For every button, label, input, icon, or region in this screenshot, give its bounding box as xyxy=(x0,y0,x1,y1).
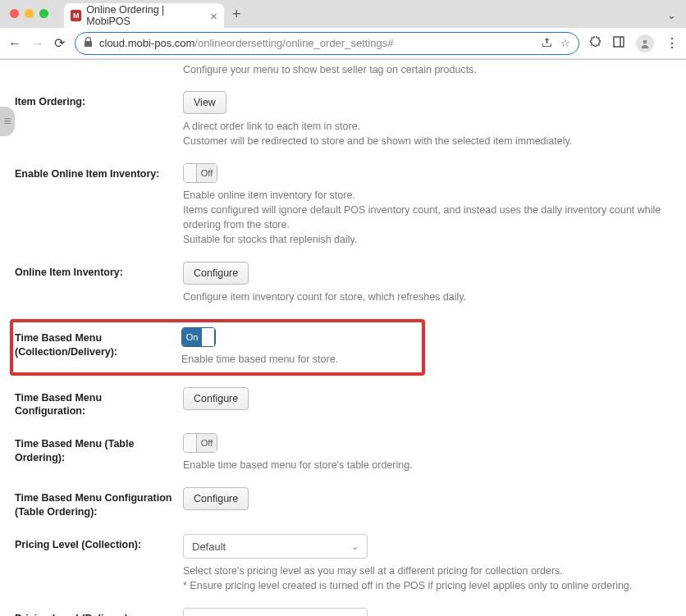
desc-time-menu-table: Enable time based menu for store's table… xyxy=(183,458,671,472)
maximize-window-button[interactable] xyxy=(39,9,48,18)
profile-avatar[interactable] xyxy=(636,34,654,52)
configure-time-menu-button[interactable]: Configure xyxy=(183,387,249,410)
close-window-button[interactable] xyxy=(10,9,19,18)
label-time-menu-table-config: Time Based Menu Configuration (Table Ord… xyxy=(15,487,183,519)
settings-content: Configure your menu to show best seller … xyxy=(0,60,686,616)
desc-online-inventory: Configure item inventory count for store… xyxy=(183,290,671,304)
browser-tab[interactable]: M Online Ordering | MobiPOS × xyxy=(64,3,224,28)
row-pricing-collection: Pricing Level (Collection): Default ⌄ Se… xyxy=(15,534,671,593)
select-pricing-collection[interactable]: Default ⌄ xyxy=(183,534,368,559)
toggle-time-menu-table[interactable]: Off xyxy=(183,433,217,453)
toggle-enable-inventory[interactable]: Off xyxy=(183,163,217,183)
svg-point-2 xyxy=(643,39,647,43)
url-text: cloud.mobi-pos.com/onlineordersetting/on… xyxy=(99,37,393,49)
url-field[interactable]: cloud.mobi-pos.com/onlineordersetting/on… xyxy=(75,32,579,55)
row-enable-inventory: Enable Online Item Inventory: Off Enable… xyxy=(15,163,671,248)
label-item-ordering: Item Ordering: xyxy=(15,91,183,109)
side-drawer-handle[interactable]: ≡ xyxy=(0,107,15,136)
tab-bar: M Online Ordering | MobiPOS × + ⌄ xyxy=(0,0,686,28)
kebab-menu-icon[interactable]: ⋮ xyxy=(665,35,678,51)
top-description: Configure your menu to show best seller … xyxy=(15,63,671,78)
share-icon[interactable] xyxy=(542,37,552,50)
browser-chrome: M Online Ordering | MobiPOS × + ⌄ ← → ⟳ … xyxy=(0,0,686,60)
desc-item-ordering: A direct order link to each item in stor… xyxy=(183,119,671,148)
lock-icon xyxy=(84,37,93,49)
label-pricing-delivery: Pricing Level (Delivery): xyxy=(15,608,183,616)
bookmark-star-icon[interactable]: ☆ xyxy=(560,37,570,50)
toolbar-right: ⋮ xyxy=(589,34,678,52)
view-button[interactable]: View xyxy=(183,91,226,114)
row-time-menu-collection-delivery: Time Based Menu (Collection/Delivery): O… xyxy=(10,319,425,375)
configure-inventory-button[interactable]: Configure xyxy=(183,262,249,285)
label-time-menu-cd: Time Based Menu (Collection/Delivery): xyxy=(13,327,181,359)
address-bar: ← → ⟳ cloud.mobi-pos.com/onlineordersett… xyxy=(0,28,686,59)
panel-icon[interactable] xyxy=(613,36,624,50)
chevron-down-icon: ⌄ xyxy=(351,541,359,552)
label-time-menu-table: Time Based Menu (Table Ordering): xyxy=(15,433,183,465)
minimize-window-button[interactable] xyxy=(25,9,34,18)
configure-time-menu-table-button[interactable]: Configure xyxy=(183,487,249,510)
row-online-inventory: Online Item Inventory: Configure Configu… xyxy=(15,262,671,304)
extensions-icon[interactable] xyxy=(589,36,601,51)
row-time-menu-table: Time Based Menu (Table Ordering): Off En… xyxy=(15,433,671,472)
label-pricing-collection: Pricing Level (Collection): xyxy=(15,534,183,552)
row-item-ordering: Item Ordering: View A direct order link … xyxy=(15,91,671,148)
tab-title: Online Ordering | MobiPOS xyxy=(86,4,205,27)
desc-enable-inventory: Enable online item inventory for store. … xyxy=(183,188,671,248)
select-pricing-delivery[interactable]: Default ⌄ xyxy=(183,608,368,616)
row-time-menu-table-config: Time Based Menu Configuration (Table Ord… xyxy=(15,487,671,519)
close-tab-icon[interactable]: × xyxy=(210,9,217,23)
window-controls xyxy=(10,9,48,18)
svg-rect-0 xyxy=(614,37,624,47)
forward-button[interactable]: → xyxy=(31,36,44,51)
back-button[interactable]: ← xyxy=(8,36,21,51)
label-enable-inventory: Enable Online Item Inventory: xyxy=(15,163,183,181)
reload-button[interactable]: ⟳ xyxy=(54,35,65,51)
desc-time-menu-cd: Enable time based menu for store. xyxy=(181,352,422,367)
label-time-menu-config: Time Based Menu Configuration: xyxy=(15,387,183,419)
tab-overflow-icon[interactable]: ⌄ xyxy=(667,9,679,21)
toggle-time-menu-cd[interactable]: On xyxy=(181,327,216,347)
label-online-inventory: Online Item Inventory: xyxy=(15,262,183,280)
desc-pricing-collection: Select store's pricing level as you may … xyxy=(183,564,671,593)
mobipos-favicon-icon: M xyxy=(71,10,81,21)
row-pricing-delivery: Pricing Level (Delivery): Default ⌄ Sele… xyxy=(15,608,671,616)
row-time-menu-config: Time Based Menu Configuration: Configure xyxy=(15,387,671,419)
new-tab-button[interactable]: + xyxy=(232,6,241,23)
